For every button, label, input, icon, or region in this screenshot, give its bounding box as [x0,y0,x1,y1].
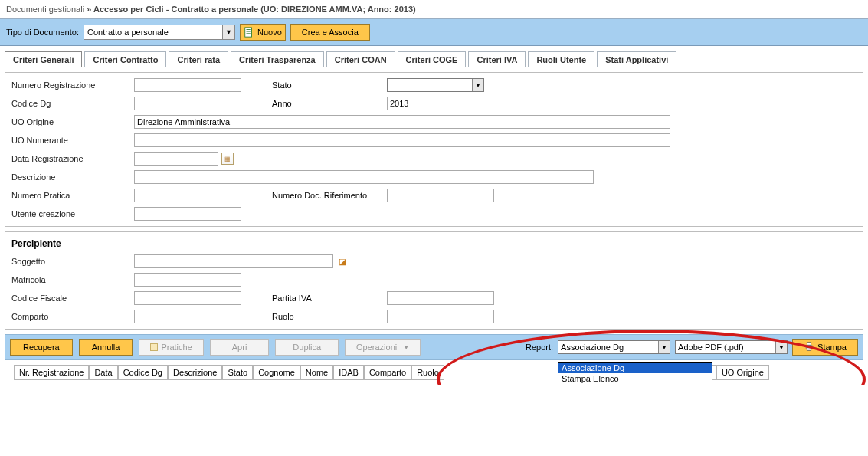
crea-associa-label: Crea e Associa [302,28,359,37]
tab-criteri-coan[interactable]: Criteri COAN [326,51,395,67]
col-stato[interactable]: Stato [222,365,253,380]
tab-criteri-coge[interactable]: Criteri COGE [398,51,467,67]
numero-doc-rif-label: Numero Doc. Riferimento [272,191,387,200]
col-ruolo[interactable]: Ruolo [411,365,444,380]
stampa-label: Stampa [817,343,847,352]
report-label: Report: [526,343,553,352]
ruolo-input[interactable] [387,310,494,323]
numero-pratica-input[interactable] [134,189,241,202]
tab-criteri-rata[interactable]: Criteri rata [169,51,228,67]
stato-input[interactable] [388,79,472,91]
report-input[interactable] [558,341,658,353]
col-descrizione[interactable]: Descrizione [168,365,222,380]
recupera-button[interactable]: Recupera [10,339,73,356]
tab-criteri-generali[interactable]: Criteri Generali [5,51,82,67]
ruolo-label: Ruolo [272,312,341,321]
numero-reg-label: Numero Registrazione [11,80,134,90]
codice-fiscale-label: Codice Fiscale [11,294,134,303]
anno-label: Anno [272,99,318,108]
matricola-label: Matricola [11,275,134,284]
numero-pratica-label: Numero Pratica [11,191,134,200]
col-cognome[interactable]: Cognome [253,365,300,380]
col-nr-registrazione[interactable]: Nr. Registrazione [14,365,89,380]
chevron-down-icon[interactable]: ▼ [775,341,787,353]
crea-associa-button[interactable]: Crea e Associa [290,24,370,41]
codice-fiscale-input[interactable] [134,291,241,305]
criteri-generali-panel: Numero Registrazione Stato ▼ Codice Dg A… [5,72,863,227]
chevron-down-icon[interactable]: ▼ [222,25,234,39]
svg-rect-3 [807,348,811,351]
report-option-1[interactable]: Stampa Elenco [558,373,712,384]
results-table-header: Nr. Registrazione Data Codice Dg Descriz… [5,365,863,380]
criteria-tabs: Criteri Generali Criteri Contratto Crite… [0,46,868,67]
breadcrumb-sep: » [84,5,93,14]
uo-origine-label: UO Origine [11,117,134,126]
stato-label: Stato [272,80,318,90]
uo-numerante-input[interactable] [134,133,670,147]
tab-criteri-iva[interactable]: Criteri IVA [468,51,526,67]
stato-combo[interactable]: ▼ [387,78,484,92]
pratiche-button-disabled: Pratiche [139,339,203,356]
printer-icon [804,341,814,353]
breadcrumb-part1: Documenti gestionali [6,5,84,14]
doc-type-label: Tipo di Documento: [6,28,79,37]
operazioni-button-disabled: Operazioni▼ [345,339,421,356]
pratiche-label: Pratiche [161,343,192,352]
report-option-0[interactable]: Associazione Dg [558,363,712,373]
nuovo-button[interactable]: Nuovo [240,24,286,41]
annulla-button[interactable]: Annulla [79,339,133,356]
duplica-button-disabled: Duplica [275,339,339,356]
action-bar: Recupera Annulla Pratiche Apri Duplica O… [5,334,863,360]
apri-label: Apri [232,343,247,352]
numero-reg-input[interactable] [134,78,241,92]
format-combo[interactable]: ▼ [675,340,788,354]
col-data[interactable]: Data [89,365,117,380]
chevron-down-icon: ▼ [403,344,409,351]
format-input[interactable] [676,341,775,353]
doc-type-combo[interactable]: ▼ [84,25,235,40]
col-codice-dg[interactable]: Codice Dg [118,365,168,380]
numero-doc-rif-input[interactable] [387,189,494,202]
operazioni-label: Operazioni [356,343,397,352]
calendar-icon[interactable]: ▦ [221,153,234,165]
partita-iva-input[interactable] [387,291,494,305]
uo-numerante-label: UO Numerante [11,136,134,145]
doc-type-input[interactable] [84,25,222,39]
uo-origine-input[interactable] [134,115,670,129]
comparto-input[interactable] [134,310,241,323]
tab-criteri-contratto[interactable]: Criteri Contratto [84,51,166,67]
utente-creazione-label: Utente creazione [11,209,134,218]
square-icon [150,343,158,351]
col-nome[interactable]: Nome [300,365,333,380]
tab-stati-applicativi[interactable]: Stati Applicativi [597,51,676,67]
data-reg-label: Data Registrazione [11,154,134,163]
soggetto-input[interactable] [134,254,333,268]
new-doc-icon [244,27,254,38]
stampa-button[interactable]: Stampa [792,339,858,356]
tab-criteri-trasparenza[interactable]: Criteri Trasparenza [231,51,324,67]
chevron-down-icon[interactable]: ▼ [658,341,670,353]
people-picker-icon[interactable]: ◪ [336,255,349,267]
utente-creazione-input[interactable] [134,207,241,221]
svg-rect-2 [807,343,811,346]
breadcrumb: Documenti gestionali » Accesso per Cicli… [0,0,868,19]
breadcrumb-part2: Accesso per Cicli - Contratto a personal… [93,5,416,14]
col-comparto[interactable]: Comparto [364,365,411,380]
annulla-label: Annulla [92,343,120,352]
recupera-label: Recupera [23,343,60,352]
codice-dg-input[interactable] [134,97,241,110]
matricola-input[interactable] [134,273,241,287]
report-dropdown-list[interactable]: Associazione Dg Stampa Elenco Stampa INA… [558,362,712,385]
main-toolbar: Tipo di Documento: ▼ Nuovo Crea e Associ… [0,19,868,46]
duplica-label: Duplica [293,343,321,352]
data-reg-input[interactable] [134,152,218,166]
anno-input[interactable] [387,97,486,110]
tab-ruoli-utente[interactable]: Ruoli Utente [528,51,594,67]
report-option-2[interactable]: Stampa INAIL Percipiente [558,384,712,385]
descrizione-input[interactable] [134,170,594,184]
col-idab[interactable]: IDAB [333,365,364,380]
chevron-down-icon[interactable]: ▼ [472,79,483,91]
report-combo[interactable]: ▼ [558,340,670,354]
percipiente-title: Percipiente [5,235,863,252]
col-uo-origine[interactable]: UO Origine [716,365,769,380]
